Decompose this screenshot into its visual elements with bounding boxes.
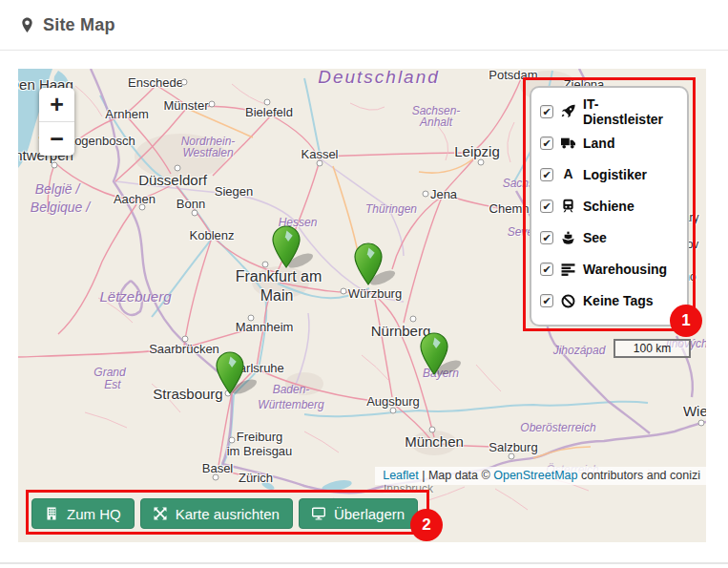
openstreetmap-link[interactable]: OpenStreetMap: [493, 469, 577, 482]
city-dot: [341, 288, 347, 295]
zoom-in-button[interactable]: +: [39, 88, 74, 122]
leaflet-link[interactable]: Leaflet: [383, 469, 419, 482]
page-title: Site Map: [43, 15, 115, 35]
map-marker[interactable]: [215, 351, 264, 395]
city-dot: [264, 99, 271, 106]
city-dot: [182, 336, 189, 343]
legend-label: IT-Dienstleister: [583, 96, 678, 127]
karte-ausrichten-button[interactable]: Karte ausrichten: [140, 498, 293, 529]
site-map[interactable]: DeutschlandBelgië /Belgique /Nordrhein-W…: [18, 69, 706, 542]
attribution-text: | Map data ©: [419, 469, 493, 482]
truck-icon: [561, 136, 575, 150]
legend-label: Land: [583, 136, 614, 151]
legend-label: See: [583, 230, 607, 245]
city-dot: [390, 408, 397, 414]
city-dot: [175, 165, 181, 172]
legend-item-schiene[interactable]: ✔Schiene: [540, 196, 678, 217]
legend-item-warehousing[interactable]: ✔Warehousing: [540, 259, 678, 280]
legend-label: Schiene: [583, 199, 634, 214]
attribution-suffix: contributors and conizi: [577, 469, 700, 482]
expand-arrows-icon: [154, 507, 167, 520]
panel-footer: [0, 562, 728, 568]
checkbox[interactable]: ✔: [540, 231, 553, 244]
city-dot: [213, 474, 219, 481]
monitor-icon: [312, 507, 325, 520]
legend-item-keine-tags[interactable]: ✔Keine Tags: [540, 290, 678, 311]
train-icon: [561, 199, 575, 213]
legend-item-land[interactable]: ✔Land: [540, 133, 678, 154]
button-label: Überlagern: [334, 506, 405, 522]
map-marker[interactable]: [353, 242, 403, 286]
map-buttons: Zum HQKarte ausrichtenÜberlagern: [31, 498, 418, 529]
letter-a-icon: A: [561, 167, 575, 181]
layer-legend: ✔IT-Dienstleister✔Land✔ALogistiker✔Schie…: [530, 86, 689, 326]
city-dot: [410, 316, 417, 323]
checkbox[interactable]: ✔: [540, 294, 553, 307]
city-dot: [209, 101, 216, 108]
city-dot: [181, 79, 188, 86]
zoom-control: + −: [39, 88, 74, 156]
checkbox[interactable]: ✔: [540, 263, 553, 276]
city-dot: [229, 437, 236, 444]
map-pin-icon: [21, 17, 33, 33]
pallet-icon: [561, 263, 575, 277]
city-dot: [139, 204, 146, 211]
building-icon: [45, 507, 58, 520]
legend-item-see[interactable]: ✔See: [540, 227, 678, 248]
legend-item-it-dienstleister[interactable]: ✔IT-Dienstleister: [540, 101, 678, 122]
legend-item-logistiker[interactable]: ✔ALogistiker: [540, 164, 678, 185]
checkbox[interactable]: ✔: [540, 137, 553, 150]
city-dot: [192, 210, 198, 217]
city-dot: [52, 162, 58, 169]
uberlagern-button[interactable]: Überlagern: [299, 498, 418, 529]
city-dot: [429, 427, 436, 433]
zum-hq-button[interactable]: Zum HQ: [31, 498, 135, 529]
svg-text:A: A: [563, 167, 572, 181]
rocket-icon: [561, 104, 575, 118]
checkbox[interactable]: ✔: [540, 200, 553, 213]
city-dot: [317, 160, 323, 167]
legend-label: Keine Tags: [583, 293, 654, 308]
checkbox[interactable]: ✔: [540, 168, 553, 181]
checkbox[interactable]: ✔: [540, 105, 553, 118]
legend-label: Warehousing: [583, 262, 667, 277]
city-dot: [698, 420, 705, 427]
legend-label: Logistiker: [583, 167, 647, 182]
map-marker[interactable]: [271, 225, 321, 269]
ship-icon: [561, 231, 575, 245]
city-dot: [248, 315, 255, 322]
city-dot: [423, 191, 429, 198]
zoom-out-button[interactable]: −: [39, 122, 74, 156]
button-label: Zum HQ: [67, 506, 121, 522]
city-dot: [478, 159, 485, 166]
attribution: Leaflet | Map data © OpenStreetMap contr…: [375, 467, 706, 485]
map-marker[interactable]: [419, 332, 468, 376]
button-label: Karte ausrichten: [176, 506, 280, 522]
scale-control: 100 km: [614, 339, 691, 358]
panel-header: Site Map: [0, 0, 728, 51]
site-map-panel: Site Map: [0, 0, 728, 568]
city-dot: [262, 262, 269, 268]
ban-icon: [561, 294, 575, 308]
city-dot: [509, 453, 515, 460]
